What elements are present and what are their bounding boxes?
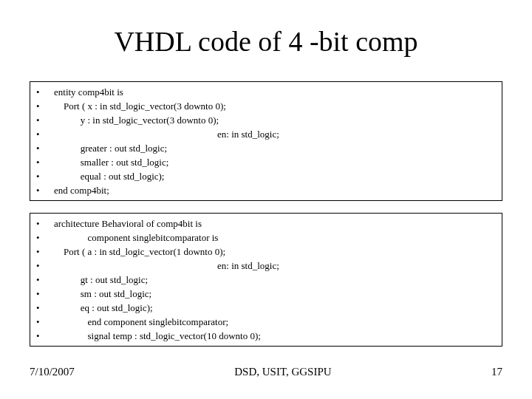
code-line: • y : in std_logic_vector(3 downto 0); xyxy=(36,113,496,127)
code-text: Port ( x : in std_logic_vector(3 downto … xyxy=(54,99,496,113)
bullet-icon: • xyxy=(36,231,54,245)
code-line: • en: in std_logic; xyxy=(36,259,496,273)
slide: VHDL code of 4 -bit comp •entity comp4bi… xyxy=(0,0,532,399)
code-block-architecture: •architecture Behavioral of comp4bit is … xyxy=(30,213,502,347)
code-text: y : in std_logic_vector(3 downto 0); xyxy=(54,113,496,127)
code-text: Port ( a : in std_logic_vector(1 downto … xyxy=(54,245,496,259)
bullet-icon: • xyxy=(36,127,54,141)
bullet-icon: • xyxy=(36,141,54,155)
bullet-icon: • xyxy=(36,287,54,301)
code-text: eq : out std_logic); xyxy=(54,301,496,315)
code-text: en: in std_logic; xyxy=(54,259,496,273)
code-text: en: in std_logic; xyxy=(54,127,496,141)
code-line: • gt : out std_logic; xyxy=(36,273,496,287)
bullet-icon: • xyxy=(36,155,54,169)
bullet-icon: • xyxy=(36,99,54,113)
code-text: architecture Behavioral of comp4bit is xyxy=(54,216,496,231)
code-line: • en: in std_logic; xyxy=(36,127,496,141)
bullet-icon: • xyxy=(36,273,54,287)
footer-page-number: 17 xyxy=(491,366,502,378)
code-text: equal : out std_logic); xyxy=(54,169,496,183)
code-line: • component singlebitcomparator is xyxy=(36,231,496,245)
code-line: •entity comp4bit is xyxy=(36,85,496,99)
code-text: component singlebitcomparator is xyxy=(54,231,496,245)
code-line: • signal temp : std_logic_vector(10 down… xyxy=(36,329,496,343)
code-line: • equal : out std_logic); xyxy=(36,169,496,183)
bullet-icon: • xyxy=(36,329,54,343)
code-block-entity: •entity comp4bit is • Port ( x : in std_… xyxy=(30,81,502,201)
bullet-icon: • xyxy=(36,169,54,183)
bullet-icon: • xyxy=(36,245,54,259)
code-text: end comp4bit; xyxy=(54,183,496,197)
code-line: • sm : out std_logic; xyxy=(36,287,496,301)
code-line: • Port ( x : in std_logic_vector(3 downt… xyxy=(36,99,496,113)
code-text: entity comp4bit is xyxy=(54,85,496,99)
code-text: end component singlebitcomparator; xyxy=(54,315,496,329)
code-text: smaller : out std_logic; xyxy=(54,155,496,169)
slide-title: VHDL code of 4 -bit comp xyxy=(0,25,532,58)
code-line: • Port ( a : in std_logic_vector(1 downt… xyxy=(36,245,496,259)
code-text: sm : out std_logic; xyxy=(54,287,496,301)
code-line: • end component singlebitcomparator; xyxy=(36,315,496,329)
bullet-icon: • xyxy=(36,259,54,273)
bullet-icon: • xyxy=(36,113,54,127)
bullet-icon: • xyxy=(36,85,54,99)
code-line: •architecture Behavioral of comp4bit is xyxy=(36,216,496,231)
code-line: • smaller : out std_logic; xyxy=(36,155,496,169)
bullet-icon: • xyxy=(36,183,54,197)
footer-center: DSD, USIT, GGSIPU xyxy=(75,366,491,378)
bullet-icon: • xyxy=(36,301,54,315)
bullet-icon: • xyxy=(36,315,54,329)
code-text: greater : out std_logic; xyxy=(54,141,496,155)
code-text: gt : out std_logic; xyxy=(54,273,496,287)
code-text: signal temp : std_logic_vector(10 downto… xyxy=(54,329,496,343)
bullet-icon: • xyxy=(36,216,54,231)
slide-footer: 7/10/2007 DSD, USIT, GGSIPU 17 xyxy=(30,366,502,378)
code-line: • greater : out std_logic; xyxy=(36,141,496,155)
code-line: • eq : out std_logic); xyxy=(36,301,496,315)
code-line: •end comp4bit; xyxy=(36,183,496,197)
footer-date: 7/10/2007 xyxy=(30,366,75,378)
